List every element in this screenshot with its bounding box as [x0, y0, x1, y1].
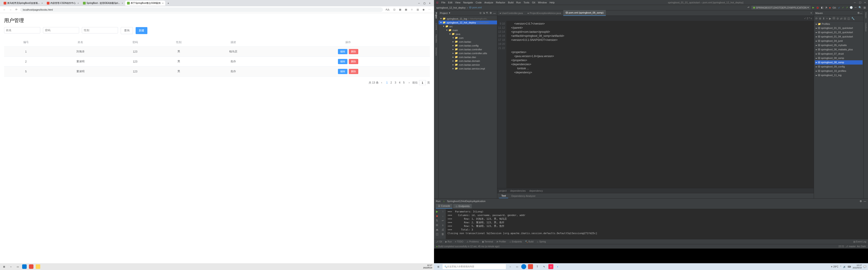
- layout-icon[interactable]: ◫: [436, 233, 438, 236]
- search-icon[interactable]: ○: [8, 264, 13, 269]
- breadcrumb-item[interactable]: Ⓜ pom.xml: [469, 6, 482, 9]
- menu-item[interactable]: Navigate: [463, 1, 473, 4]
- stop-icon[interactable]: ■: [829, 6, 831, 9]
- bc-item[interactable]: dependency: [529, 190, 543, 192]
- taskbar-search[interactable]: 🔍 在这里输入你要搜索的内容: [442, 264, 506, 269]
- clock[interactable]: 12:172022/5/18: [423, 264, 432, 269]
- weather[interactable]: ☀ 29°C: [831, 266, 838, 268]
- generate-icon[interactable]: ⊕: [819, 17, 821, 20]
- delete-button[interactable]: 删除: [349, 59, 358, 64]
- app-icon[interactable]: ✎: [541, 264, 547, 269]
- bc-item[interactable]: project: [499, 190, 506, 192]
- structure-tool[interactable]: Structure: [435, 47, 437, 56]
- menu-item[interactable]: File: [441, 1, 445, 4]
- maven-node[interactable]: ▸ Ⓜ springboot_09_config: [815, 65, 863, 69]
- subtab-text[interactable]: Text: [499, 194, 508, 198]
- tool-endpoints[interactable]: ♨ Endpoints: [509, 240, 522, 243]
- edit-button[interactable]: 编辑: [338, 69, 347, 74]
- tree-node[interactable]: ▸ 📁 com.taotao.config: [438, 43, 497, 47]
- menu-item[interactable]: Git: [532, 1, 535, 4]
- tree-node[interactable]: ▸ 📁 com.taotao.service: [438, 63, 497, 67]
- app-icon[interactable]: [29, 264, 33, 269]
- tree-node[interactable]: ▸ 📁 com.taotao.service.impl: [438, 67, 497, 70]
- menu-item[interactable]: Help: [550, 1, 555, 4]
- tool-todo[interactable]: ≡ TODO: [455, 240, 463, 243]
- maven-node[interactable]: ▸ Ⓜ springboot_04_junit: [815, 39, 863, 43]
- run-config-selector[interactable]: SPRINGBOOT12HOTDEPLOYAPPLICATION▾: [751, 6, 811, 9]
- git-history-icon[interactable]: 🕓: [850, 6, 853, 9]
- reload-icon[interactable]: ⟳: [14, 8, 18, 11]
- delete-button[interactable]: 删除: [349, 49, 358, 54]
- close-icon[interactable]: ×: [122, 2, 123, 4]
- code-area[interactable]: <version>2.6.7</version> </parent> <grou…: [506, 21, 814, 188]
- coverage-icon[interactable]: ◧: [821, 6, 823, 9]
- tray-icon[interactable]: 🔊: [843, 266, 846, 268]
- star-icon[interactable]: ☆: [410, 8, 414, 11]
- maven-node[interactable]: ▸ Ⓜ springboot_01_04_quickstart: [815, 35, 863, 39]
- tree-node[interactable]: ▸ 📁 com.taotao.controller: [438, 47, 497, 51]
- debug-icon[interactable]: 🐞: [816, 6, 819, 9]
- maven-node[interactable]: ▸ Ⓜ springboot_11_log: [815, 73, 863, 77]
- offline-icon[interactable]: ⇄: [840, 17, 842, 20]
- menu-item[interactable]: Edit: [448, 1, 452, 4]
- gear-icon[interactable]: ⚙: [490, 11, 492, 14]
- page-number[interactable]: 3: [393, 80, 398, 85]
- run-goal-icon[interactable]: ▶: [829, 17, 831, 20]
- tool-git[interactable]: ⎇ Git: [436, 240, 442, 243]
- page-number[interactable]: 2: [389, 80, 393, 85]
- menu-item[interactable]: Run: [516, 1, 521, 4]
- gear-icon[interactable]: ⚙: [860, 200, 862, 203]
- git-rollback-icon[interactable]: ⤺: [855, 6, 857, 9]
- tool-terminal[interactable]: ▣ Terminal: [482, 240, 493, 243]
- app-icon[interactable]: T: [535, 264, 540, 269]
- wrap-icon[interactable]: ↩: [442, 219, 444, 222]
- inspection-status[interactable]: ✓ 2 ^ v: [804, 17, 812, 20]
- maven-node[interactable]: ▸ Ⓜ springboot_01_01_quickstart: [815, 26, 863, 30]
- translate-icon[interactable]: Aあ: [385, 8, 391, 11]
- project-tool[interactable]: Project: [435, 12, 437, 19]
- tree-node[interactable]: ▾ 📁 springboot_12_hot_deploy C:\idea\Spr…: [438, 21, 497, 24]
- start-icon[interactable]: ⊞: [436, 264, 441, 269]
- close-icon[interactable]: ×: [162, 2, 164, 4]
- status-theme[interactable]: Arc Dark: [857, 245, 866, 248]
- download-icon[interactable]: ⬇: [823, 17, 825, 20]
- git-commit-icon[interactable]: ✓: [842, 6, 844, 9]
- wrench-icon[interactable]: 🔧: [851, 17, 855, 20]
- page-number[interactable]: 1: [385, 80, 389, 85]
- maven-node[interactable]: ▸ Ⓜ springboot_10_profiles: [815, 69, 863, 73]
- create-button[interactable]: 新建: [135, 27, 147, 34]
- tab-endpoints[interactable]: ♨ Endpoints: [453, 204, 472, 208]
- tool-profiler[interactable]: ◔ Profiler: [496, 240, 506, 243]
- favorites-tool[interactable]: Favorites: [435, 35, 437, 43]
- tree-node[interactable]: ▾ 📁 src: [438, 24, 497, 28]
- query-button[interactable]: 查询: [121, 27, 133, 34]
- edit-button[interactable]: 编辑: [338, 59, 347, 64]
- show-deps-icon[interactable]: ◫: [847, 17, 850, 20]
- maven-node[interactable]: ▸ 📁 Profiles: [815, 22, 863, 26]
- hide-icon[interactable]: —: [864, 200, 866, 203]
- menu-icon[interactable]: ⋯: [428, 8, 432, 11]
- maven-node[interactable]: ▸ Ⓜ springboot_06_mabatis_plus: [815, 47, 863, 52]
- event-log[interactable]: ▤ Event Log: [853, 240, 866, 243]
- gender-input[interactable]: [82, 27, 118, 33]
- window-maximize[interactable]: ▢: [859, 1, 861, 4]
- tree-node[interactable]: ▾ 📁 java: [438, 32, 497, 36]
- database-tool[interactable]: Database: [865, 23, 867, 32]
- tree-node[interactable]: ▾ 📁 com: [438, 36, 497, 40]
- tool-build[interactable]: 🔨 Build: [525, 240, 533, 243]
- tray-icon[interactable]: ⌨: [848, 266, 851, 268]
- page-number[interactable]: 4: [398, 80, 402, 85]
- name-input[interactable]: [4, 27, 40, 33]
- down-icon[interactable]: ↓: [442, 214, 443, 217]
- stop-icon[interactable]: ■: [436, 214, 438, 217]
- app-icon[interactable]: 📧: [555, 264, 560, 269]
- dump-icon[interactable]: ⊞: [436, 224, 438, 227]
- url-input[interactable]: localhost/pages/books.html: [20, 7, 383, 12]
- tool-problems[interactable]: ⚠ Problems: [467, 240, 479, 243]
- delete-button[interactable]: 删除: [349, 69, 358, 74]
- run-icon[interactable]: ▶: [812, 6, 814, 9]
- back-icon[interactable]: ←: [2, 8, 6, 11]
- maven-node[interactable]: ▸ Ⓜ springboot_05_mybatis: [815, 43, 863, 47]
- window-minimize[interactable]: ─: [416, 2, 422, 4]
- explorer-icon[interactable]: [36, 264, 40, 269]
